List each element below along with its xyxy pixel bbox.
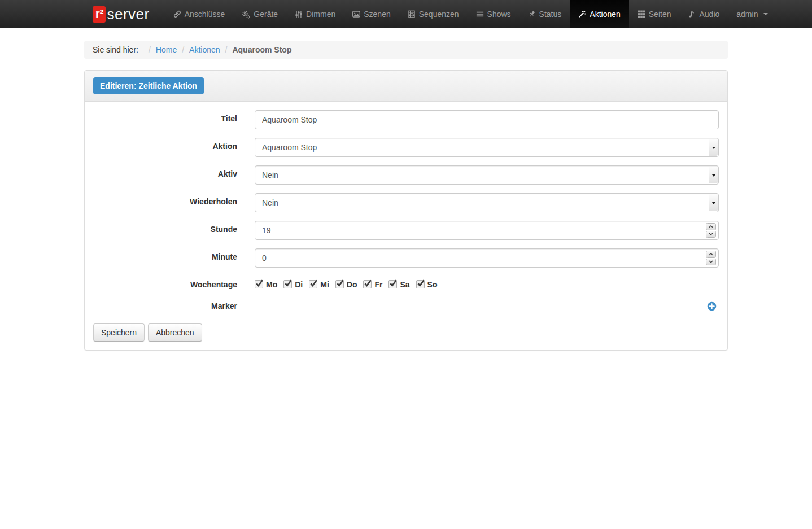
checkbox-checked[interactable] — [363, 280, 372, 288]
checkbox-checked[interactable] — [283, 280, 292, 288]
weekday-checkbox-mo[interactable]: Mo — [255, 280, 277, 289]
minute-spinner — [706, 251, 716, 265]
list-icon — [476, 10, 484, 18]
user-menu[interactable]: admin — [728, 0, 776, 28]
save-button[interactable]: Speichern — [93, 323, 145, 342]
panel-body: Titel Aktion Aquaroom Stop Aktiv — [85, 102, 727, 350]
weekday-label: Sa — [400, 280, 409, 289]
chevron-up-icon — [709, 225, 713, 228]
chevron-down-icon — [709, 233, 713, 235]
nav-item-szenen[interactable]: Szenen — [344, 0, 399, 28]
nav-item-status[interactable]: Status — [519, 0, 570, 28]
wiederholen-row: Wiederholen Nein — [93, 193, 719, 212]
breadcrumb-link-aktionen[interactable]: Aktionen — [189, 45, 220, 54]
aktion-label: Aktion — [93, 138, 237, 157]
checkbox-checked[interactable] — [416, 280, 425, 288]
weekday-checkbox-sa[interactable]: Sa — [388, 280, 409, 289]
wiederholen-label: Wiederholen — [93, 193, 237, 212]
stunde-input[interactable] — [255, 221, 719, 240]
nav-item-aktionen[interactable]: Aktionen — [570, 0, 628, 28]
navbar-inner: r² server AnschlüsseGeräteDimmenSzenenSe… — [84, 0, 728, 28]
stunde-decrement-button[interactable] — [706, 231, 716, 238]
wochentage-label: Wochentage — [93, 276, 237, 289]
wiederholen-control: Nein — [255, 193, 719, 212]
chevron-up-icon — [709, 253, 713, 256]
brand-logo-text: server — [107, 6, 149, 23]
weekday-checkbox-di[interactable]: Di — [283, 280, 303, 289]
wiederholen-select-value: Nein — [262, 198, 278, 207]
nav-item-anschlüsse[interactable]: Anschlüsse — [165, 0, 234, 28]
panel-title-badge: Editieren: Zeitliche Aktion — [93, 77, 204, 94]
marker-row: Marker — [93, 298, 719, 313]
brand[interactable]: r² server — [84, 0, 158, 28]
music-icon — [688, 10, 696, 18]
dropdown-caret-icon — [709, 139, 718, 156]
check-icon — [309, 279, 318, 287]
navbar: r² server AnschlüsseGeräteDimmenSzenenSe… — [0, 0, 812, 28]
checkbox-checked[interactable] — [255, 280, 263, 288]
stunde-spinner — [706, 223, 716, 238]
weekday-checkbox-mi[interactable]: Mi — [309, 280, 329, 289]
nav-item-audio[interactable]: Audio — [679, 0, 728, 28]
check-icon — [364, 279, 372, 287]
aktion-select-value: Aquaroom Stop — [262, 143, 317, 152]
aktion-select[interactable]: Aquaroom Stop — [255, 138, 719, 157]
add-marker-button[interactable] — [707, 301, 717, 311]
wochentage-row: Wochentage MoDiMiDoFrSaSo — [93, 276, 719, 289]
chevron-down-icon — [709, 260, 713, 263]
aktiv-select-value: Nein — [262, 170, 278, 180]
nav-item-label: Audio — [699, 10, 719, 19]
weekday-checkbox-fr[interactable]: Fr — [363, 280, 382, 289]
nav-item-label: Dimmen — [306, 10, 335, 19]
stunde-row: Stunde — [93, 221, 719, 240]
weekday-label: Do — [347, 280, 357, 289]
weekday-label: Mo — [266, 280, 277, 289]
nav-item-label: Anschlüsse — [185, 10, 225, 19]
weekday-label: So — [427, 280, 438, 289]
aktiv-select[interactable]: Nein — [255, 165, 719, 185]
dropdown-caret-icon — [709, 194, 718, 211]
titel-control — [255, 110, 719, 129]
nav-item-label: Seiten — [649, 10, 671, 19]
titel-input[interactable] — [255, 110, 719, 129]
pushpin-icon — [528, 10, 536, 18]
film-icon — [408, 10, 416, 18]
minute-input[interactable] — [255, 248, 719, 268]
minute-decrement-button[interactable] — [706, 259, 716, 266]
caret-down-icon — [763, 13, 768, 18]
aktiv-row: Aktiv Nein — [93, 165, 719, 185]
grid-icon — [638, 10, 645, 18]
edit-action-panel: Editieren: Zeitliche Aktion Titel Aktion… — [84, 70, 728, 351]
cancel-button[interactable]: Abbrechen — [148, 323, 202, 342]
weekday-checkbox-so[interactable]: So — [416, 280, 438, 289]
aktiv-control: Nein — [255, 165, 719, 185]
minute-increment-button[interactable] — [706, 251, 716, 258]
checkbox-checked[interactable] — [335, 280, 344, 288]
wiederholen-select[interactable]: Nein — [255, 193, 719, 212]
nav-item-dimmen[interactable]: Dimmen — [286, 0, 344, 28]
checkbox-checked[interactable] — [388, 280, 397, 288]
titel-label: Titel — [93, 110, 237, 129]
weekday-label: Mi — [320, 280, 329, 289]
navbar-menu: AnschlüsseGeräteDimmenSzenenSequenzenSho… — [165, 0, 728, 28]
breadcrumb-prefix: Sie sind hier: — [93, 45, 138, 54]
nav-item-sequenzen[interactable]: Sequenzen — [399, 0, 468, 28]
check-icon — [389, 279, 398, 287]
user-menu-label: admin — [736, 10, 758, 19]
check-icon — [336, 279, 344, 287]
stunde-increment-button[interactable] — [706, 223, 716, 230]
nav-item-seiten[interactable]: Seiten — [629, 0, 680, 28]
breadcrumb-separator: / — [149, 45, 151, 54]
nav-item-geräte[interactable]: Geräte — [233, 0, 286, 28]
breadcrumb-link-home[interactable]: Home — [156, 45, 177, 54]
aktion-control: Aquaroom Stop — [255, 138, 719, 157]
minute-label: Minute — [93, 248, 237, 268]
marker-label: Marker — [93, 298, 237, 313]
gears-icon — [242, 10, 250, 19]
breadcrumb-separator: / — [225, 45, 228, 54]
nav-item-shows[interactable]: Shows — [468, 0, 519, 28]
dropdown-caret-icon — [709, 167, 718, 183]
checkbox-checked[interactable] — [309, 280, 317, 288]
weekday-checkbox-do[interactable]: Do — [335, 280, 357, 289]
stunde-control — [255, 221, 719, 240]
